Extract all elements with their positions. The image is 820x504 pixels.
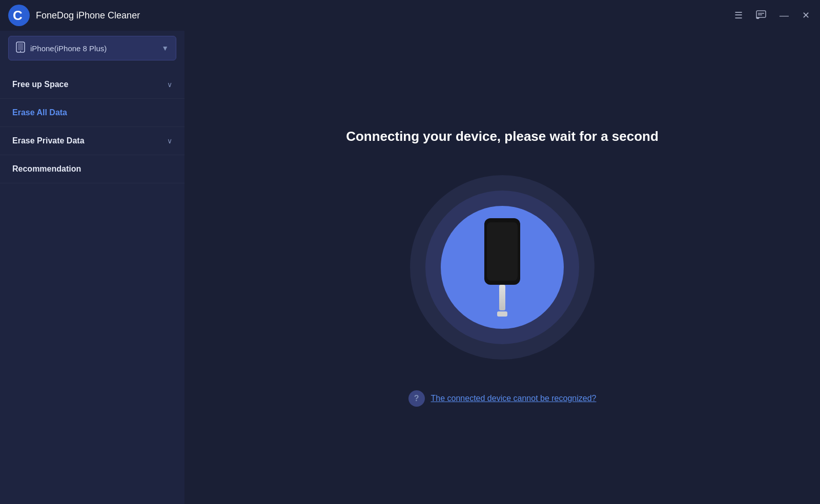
device-dropdown-chevron-icon: ▼ — [161, 44, 169, 52]
phone-svg-container — [484, 218, 520, 317]
device-selector[interactable]: iPhone(iPhone 8 Plus) ▼ — [8, 36, 176, 60]
lightning-cable-icon — [499, 285, 505, 310]
phone-screen-icon — [487, 222, 518, 281]
app-logo-icon: C — [8, 5, 30, 26]
help-link[interactable]: The connected device cannot be recognize… — [431, 394, 597, 403]
device-selector-left: iPhone(iPhone 8 Plus) — [16, 41, 107, 55]
help-question-icon: ? — [408, 390, 425, 407]
app-title: FoneDog iPhone Cleaner — [36, 10, 140, 21]
menu-icon[interactable]: ☰ — [732, 9, 745, 22]
help-section: ? The connected device cannot be recogni… — [408, 390, 597, 407]
title-bar: C FoneDog iPhone Cleaner ☰ — ✕ — [0, 0, 820, 31]
svg-rect-2 — [756, 11, 766, 17]
chat-icon[interactable] — [754, 8, 768, 24]
sidebar-item-recommendation[interactable]: Recommendation — [0, 155, 184, 183]
phone-notch-icon — [495, 218, 510, 222]
device-name-label: iPhone(iPhone 8 Plus) — [30, 44, 107, 53]
sidebar-item-free-up-space[interactable]: Free up Space ∨ — [0, 71, 184, 99]
erase-private-data-chevron-icon: ∨ — [167, 137, 172, 145]
device-phone-icon — [16, 41, 25, 55]
svg-point-7 — [20, 51, 21, 52]
sidebar-item-erase-all-data[interactable]: Erase All Data — [0, 99, 184, 127]
title-bar-left: C FoneDog iPhone Cleaner — [8, 5, 140, 26]
close-icon[interactable]: ✕ — [800, 9, 812, 22]
sidebar-item-erase-all-data-label: Erase All Data — [12, 108, 67, 117]
svg-rect-6 — [18, 43, 23, 50]
content-area: Connecting your device, please wait for … — [184, 31, 820, 504]
sidebar-item-erase-private-data-label: Erase Private Data — [12, 136, 85, 145]
sidebar-item-recommendation-label: Recommendation — [12, 164, 81, 174]
main-layout: iPhone(iPhone 8 Plus) ▼ Free up Space ∨ … — [0, 31, 820, 504]
svg-text:C: C — [13, 8, 23, 23]
minimize-icon[interactable]: — — [777, 9, 791, 22]
lightning-head-icon — [497, 311, 507, 317]
title-bar-controls: ☰ — ✕ — [732, 8, 812, 24]
sidebar-item-free-up-space-label: Free up Space — [12, 80, 68, 89]
circle-inner — [441, 206, 564, 329]
phone-animation — [410, 175, 594, 360]
free-up-space-chevron-icon: ∨ — [167, 80, 172, 89]
phone-body-icon — [484, 218, 520, 285]
sidebar: iPhone(iPhone 8 Plus) ▼ Free up Space ∨ … — [0, 31, 184, 504]
sidebar-item-erase-private-data[interactable]: Erase Private Data ∨ — [0, 127, 184, 155]
connecting-title: Connecting your device, please wait for … — [346, 129, 659, 144]
